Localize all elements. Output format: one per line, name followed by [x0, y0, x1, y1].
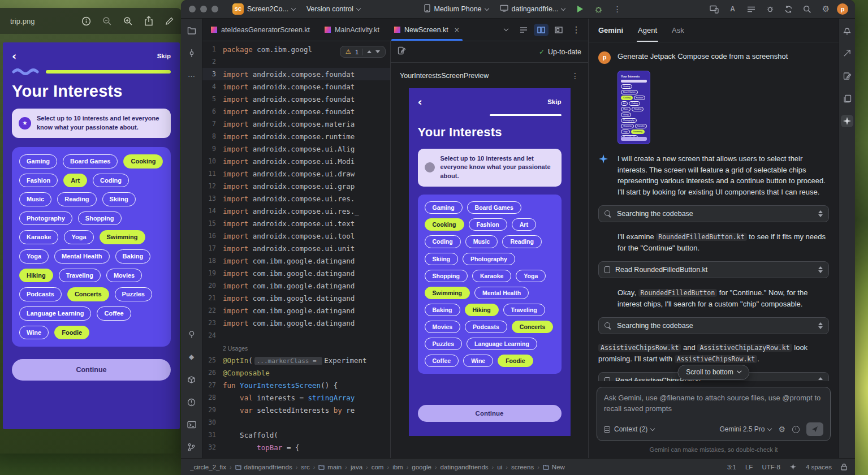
- preview-menu-icon[interactable]: ⋮: [571, 71, 579, 80]
- line-number[interactable]: 23: [202, 319, 223, 327]
- info-icon[interactable]: [80, 15, 92, 27]
- line-number[interactable]: 25: [202, 356, 223, 364]
- app-inspection-icon[interactable]: [762, 2, 778, 16]
- layout-inspector-icon[interactable]: [841, 70, 853, 82]
- app-quality-insights-icon[interactable]: ◆: [185, 351, 198, 363]
- scroll-to-bottom-button[interactable]: Scroll to bottom: [677, 365, 749, 380]
- line-number[interactable]: 3: [202, 70, 223, 78]
- prev-issue-icon[interactable]: [367, 50, 372, 53]
- line-number[interactable]: 28: [202, 394, 223, 401]
- line-number[interactable]: 21: [202, 294, 223, 302]
- line-number[interactable]: 30: [202, 418, 223, 426]
- line-number[interactable]: 27: [202, 381, 223, 389]
- run-button[interactable]: [572, 2, 588, 16]
- code-view-toggle[interactable]: [516, 24, 531, 36]
- edit-pencil-icon[interactable]: [164, 15, 175, 27]
- screenshot-thumbnail[interactable]: Your InterestsGamingBoard GamesCookingFa…: [617, 71, 650, 144]
- share-icon[interactable]: [143, 15, 154, 27]
- line-number[interactable]: 11: [202, 170, 223, 178]
- split-view-toggle[interactable]: [534, 24, 549, 36]
- line-number[interactable]: 17: [202, 244, 223, 252]
- breadcrumb-item[interactable]: java: [351, 464, 362, 470]
- tool-call-card[interactable]: Searching the codebase: [598, 205, 829, 222]
- line-number[interactable]: 12: [202, 182, 223, 190]
- model-selector[interactable]: Gemini 2.5 Pro: [719, 425, 771, 433]
- expander-icon[interactable]: [818, 266, 823, 273]
- editor-more-icon[interactable]: ⋮: [569, 24, 584, 36]
- sync-icon[interactable]: [781, 2, 796, 16]
- zoom-in-icon[interactable]: [122, 15, 133, 27]
- terminal-icon[interactable]: [185, 418, 198, 431]
- line-number[interactable]: 22: [202, 306, 223, 314]
- line-number[interactable]: 32: [202, 443, 223, 451]
- breadcrumb-item[interactable]: google: [412, 464, 431, 470]
- debug-button[interactable]: [591, 2, 606, 16]
- expander-icon[interactable]: [818, 322, 823, 329]
- line-number[interactable]: 7: [202, 120, 223, 128]
- device-mirroring-icon[interactable]: [706, 2, 722, 16]
- tab-rateideasgeneratorscreen[interactable]: ateIdeasGeneratorScreen.kt: [204, 19, 317, 41]
- more-tool-windows-icon[interactable]: ⋯: [185, 70, 198, 82]
- code-editor[interactable]: ⚠1 1package com.ibm.googl23import androi…: [202, 41, 390, 458]
- build-icon[interactable]: [185, 373, 198, 386]
- gemini-prompt-input[interactable]: [604, 393, 823, 419]
- line-number[interactable]: 26: [202, 369, 223, 377]
- search-icon[interactable]: [800, 2, 815, 16]
- design-view-toggle[interactable]: [551, 24, 566, 36]
- breadcrumb-item[interactable]: ui: [497, 464, 502, 470]
- line-number[interactable]: 19: [202, 269, 223, 277]
- device-selector[interactable]: Medium Phone: [420, 2, 492, 16]
- next-issue-icon[interactable]: [375, 50, 380, 53]
- project-selector[interactable]: SC Screen2Co...: [228, 2, 299, 16]
- project-folder-icon[interactable]: [185, 24, 198, 37]
- breadcrumb-item[interactable]: ibm: [392, 464, 403, 470]
- context-selector[interactable]: Context (2): [614, 425, 654, 433]
- indent-setting[interactable]: 4 spaces: [806, 464, 832, 470]
- line-separator[interactable]: LF: [745, 464, 753, 470]
- tab-agent[interactable]: Agent: [638, 19, 657, 42]
- line-number[interactable]: 24: [202, 331, 223, 339]
- line-number[interactable]: 29: [202, 406, 223, 414]
- resource-manager-icon[interactable]: [841, 92, 853, 105]
- breadcrumb-item[interactable]: src: [301, 464, 309, 470]
- notifications-bell-icon[interactable]: [841, 24, 853, 37]
- problems-icon[interactable]: [185, 396, 198, 408]
- line-number[interactable]: 20: [202, 282, 223, 290]
- more-actions-icon[interactable]: ⋮: [610, 2, 625, 16]
- line-number[interactable]: 5: [202, 95, 223, 103]
- ai-status-icon[interactable]: [789, 463, 797, 470]
- traffic-lights[interactable]: [189, 6, 218, 12]
- expander-icon[interactable]: [818, 377, 823, 381]
- breadcrumb-item[interactable]: datingandfriends: [235, 464, 292, 470]
- breadcrumb-item[interactable]: screens: [511, 464, 534, 470]
- settings-gear-icon[interactable]: ⚙: [818, 2, 834, 16]
- line-number[interactable]: 1: [202, 45, 223, 53]
- breadcrumb-item[interactable]: datingandfriends: [441, 464, 489, 470]
- version-control-icon[interactable]: [185, 441, 198, 454]
- send-button[interactable]: [806, 422, 823, 436]
- line-number[interactable]: 6: [202, 107, 223, 115]
- profile-avatar[interactable]: p: [837, 3, 848, 15]
- gemini-settings-icon[interactable]: ⚙: [778, 425, 785, 434]
- vcs-widget[interactable]: Version control: [303, 3, 364, 15]
- line-number[interactable]: 8: [202, 132, 223, 140]
- file-encoding[interactable]: UTF-8: [762, 464, 780, 470]
- gemini-icon[interactable]: [841, 115, 853, 127]
- line-number[interactable]: 13: [202, 195, 223, 202]
- breadcrumb-item[interactable]: main: [318, 464, 342, 470]
- ai-actions-icon[interactable]: A: [725, 2, 740, 16]
- zoom-out-icon[interactable]: [101, 15, 113, 27]
- line-number[interactable]: 10: [202, 157, 223, 165]
- todo-list-icon[interactable]: [744, 2, 759, 16]
- line-number[interactable]: 2: [202, 58, 223, 66]
- device-explorer-icon[interactable]: [185, 328, 198, 340]
- lock-icon[interactable]: [841, 463, 847, 470]
- breadcrumb-item[interactable]: com: [372, 464, 384, 470]
- commit-icon[interactable]: [185, 47, 198, 59]
- line-number[interactable]: 16: [202, 232, 223, 240]
- tab-newscreen[interactable]: NewScreen.kt ×: [387, 19, 467, 41]
- caret-position[interactable]: 3:1: [727, 464, 736, 470]
- tab-ask[interactable]: Ask: [672, 19, 684, 42]
- usages-inlay-hint[interactable]: 2 Usages: [223, 345, 248, 352]
- breadcrumb-item[interactable]: New: [543, 464, 565, 470]
